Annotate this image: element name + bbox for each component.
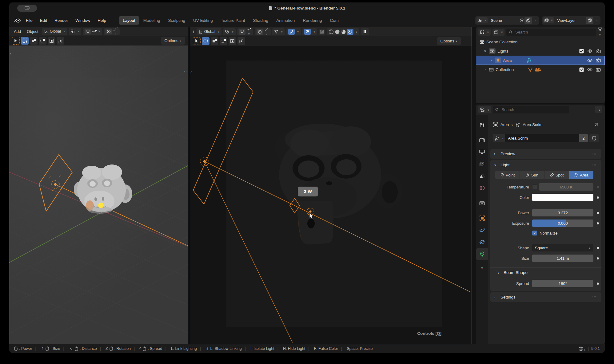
- animate-dot[interactable]: [597, 186, 599, 188]
- snap-group[interactable]: [83, 28, 102, 35]
- shape-dropdown[interactable]: Square: [532, 244, 593, 251]
- breadcrumb-object[interactable]: Area: [500, 122, 509, 127]
- fake-user-button[interactable]: [589, 134, 599, 142]
- outliner-search-input[interactable]: [515, 30, 593, 35]
- outliner-row-area-light[interactable]: › Area: [476, 56, 605, 65]
- render-visibility-toggle[interactable]: [594, 68, 602, 72]
- menu-render[interactable]: Render: [51, 16, 72, 25]
- tab-layout[interactable]: Layout: [119, 16, 139, 25]
- select-subtract-tool-button[interactable]: [220, 37, 227, 45]
- select-box-tool-button[interactable]: [21, 37, 29, 45]
- light-type-area[interactable]: Area: [569, 171, 593, 179]
- tweak-tool-button[interactable]: [193, 37, 201, 45]
- animate-dot[interactable]: [597, 283, 599, 285]
- falloff-dropdown[interactable]: [264, 28, 269, 36]
- viewlayer-browse-button[interactable]: [543, 17, 554, 23]
- panel-grip[interactable]: [592, 163, 598, 167]
- tab-modeling[interactable]: Modeling: [140, 16, 164, 25]
- falloff-dropdown[interactable]: [113, 27, 118, 35]
- tab-view-layer[interactable]: [476, 158, 488, 170]
- light-type-spot[interactable]: Spot: [544, 171, 569, 179]
- add-menu[interactable]: Add: [12, 29, 23, 34]
- panel-title[interactable]: Preview: [500, 152, 515, 156]
- animate-dot[interactable]: [597, 196, 599, 199]
- tab-constraints[interactable]: [476, 236, 488, 248]
- viewlayer-new-button[interactable]: [586, 17, 593, 24]
- tab-physics[interactable]: [476, 224, 488, 236]
- display-mode-dropdown[interactable]: [492, 29, 505, 36]
- tweak-tool-button[interactable]: [12, 37, 20, 45]
- shading-rendered-icon[interactable]: [347, 29, 353, 35]
- settings-panel[interactable]: Settings: [490, 292, 601, 302]
- browse-light-data-button[interactable]: [493, 134, 505, 142]
- pause-preview-button[interactable]: [361, 28, 369, 35]
- viewlayer-selector[interactable]: ViewLayer: [542, 16, 600, 25]
- expand-chevron[interactable]: ›: [489, 58, 493, 62]
- gizmos-dropdown[interactable]: [286, 28, 301, 35]
- solid-viewport-scene[interactable]: [9, 46, 188, 344]
- panel-grip[interactable]: [592, 295, 598, 299]
- viewport-left-options[interactable]: Options: [161, 37, 185, 45]
- menu-window[interactable]: Window: [72, 16, 94, 25]
- render-visibility-toggle[interactable]: [594, 49, 602, 53]
- properties-editor[interactable]: ∨ Area: [476, 105, 605, 344]
- proportional-edit-icon[interactable]: [106, 29, 112, 34]
- light-panel[interactable]: Light Point: [490, 160, 601, 291]
- color-swatch[interactable]: [532, 194, 593, 201]
- tab-tool[interactable]: [476, 119, 488, 131]
- magnet-icon[interactable]: [85, 29, 91, 34]
- scene-selector[interactable]: Scene: [475, 16, 539, 25]
- snap-target-dropdown[interactable]: [247, 28, 251, 36]
- expand-chevron[interactable]: ›: [483, 68, 487, 71]
- area-light-data-icon[interactable]: [527, 57, 532, 63]
- tab-object[interactable]: [476, 212, 488, 224]
- panel-chevron[interactable]: [494, 163, 498, 167]
- temperature-field[interactable]: 6500 K: [539, 183, 593, 191]
- snapping-pivot-dropdown[interactable]: [69, 28, 81, 35]
- scene-new-button[interactable]: [524, 17, 532, 24]
- light-target-dot[interactable]: [98, 203, 104, 208]
- tab-sculpting[interactable]: Sculpting: [164, 16, 189, 25]
- animate-dot[interactable]: [597, 222, 599, 224]
- animate-dot[interactable]: [597, 212, 599, 214]
- hide-eye-toggle[interactable]: [586, 68, 594, 71]
- tab-output[interactable]: [476, 146, 488, 158]
- tab-uv-editing[interactable]: UV Editing: [189, 16, 217, 25]
- area-split-chevron-right[interactable]: ›: [190, 69, 192, 74]
- transform-orientation-dropdown[interactable]: Global: [197, 28, 222, 35]
- mode-dropdown-truncated[interactable]: t: [193, 30, 195, 34]
- editor-type-dropdown[interactable]: [478, 29, 491, 36]
- snap-target-dropdown[interactable]: [92, 29, 100, 34]
- select-extend-tool-button[interactable]: [211, 37, 218, 45]
- rendered-viewport-scene[interactable]: [190, 46, 471, 344]
- select-invert-tool-button[interactable]: [48, 37, 55, 45]
- outliner-search[interactable]: [506, 29, 596, 36]
- power-field[interactable]: 3.272: [532, 209, 593, 216]
- outliner-row-lights[interactable]: ∨ Lights: [476, 46, 605, 56]
- tab-shading[interactable]: Shading: [249, 16, 272, 25]
- outliner-row-collection[interactable]: › Collection: [476, 65, 605, 74]
- shading-wireframe-icon[interactable]: [329, 29, 334, 34]
- exposure-slider[interactable]: 0.000: [532, 220, 593, 227]
- visibility-dropdown[interactable]: [272, 28, 285, 35]
- tab-rendering[interactable]: Rendering: [299, 16, 325, 25]
- panel-grip[interactable]: [592, 152, 598, 156]
- size-field[interactable]: 1.41 m: [532, 255, 593, 262]
- render-visibility-toggle[interactable]: [594, 58, 602, 62]
- exclude-checkbox[interactable]: [577, 49, 586, 53]
- select-extend-tool-button[interactable]: [30, 37, 38, 45]
- tab-texture-paint[interactable]: Texture Paint: [217, 16, 249, 25]
- panel-title[interactable]: Light: [500, 163, 509, 167]
- proportional-edit-icon[interactable]: [257, 29, 263, 35]
- viewport-center-options[interactable]: Options: [437, 37, 461, 45]
- light-type-point[interactable]: Point: [495, 171, 520, 179]
- panel-title[interactable]: Settings: [500, 295, 516, 299]
- snap-group[interactable]: [237, 28, 253, 35]
- tab-scene[interactable]: [476, 170, 488, 182]
- select-subtract-tool-button[interactable]: [39, 37, 46, 45]
- menu-edit[interactable]: Edit: [36, 16, 51, 25]
- proportional-edit-group[interactable]: [255, 28, 271, 35]
- pin-icon[interactable]: [520, 18, 524, 22]
- outliner-row-scene-collection[interactable]: Scene Collection: [476, 37, 605, 46]
- preview-panel[interactable]: Preview: [490, 149, 601, 159]
